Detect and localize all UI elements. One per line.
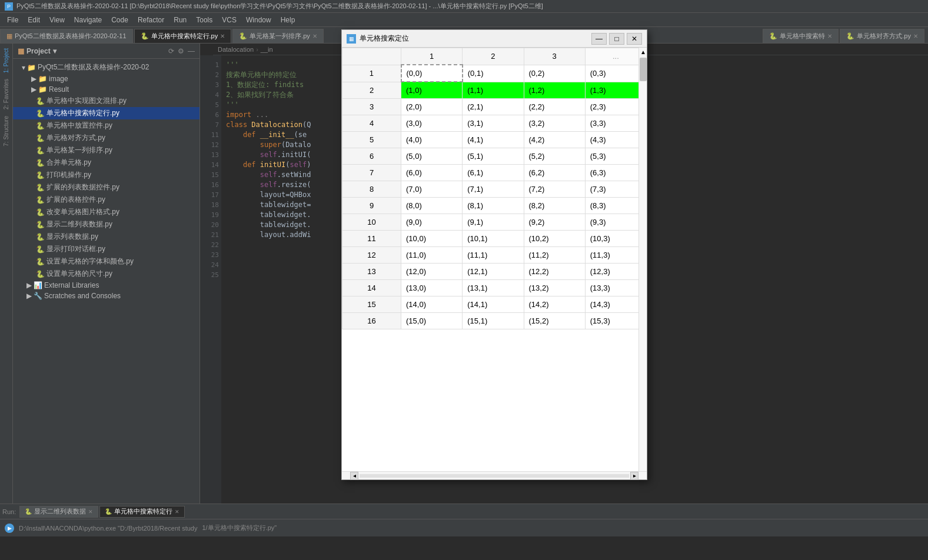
cell-4-1[interactable]: (3,1): [463, 115, 524, 132]
cell-14-2[interactable]: (13,2): [524, 280, 585, 296]
tab-close-2[interactable]: ✕: [312, 33, 317, 39]
bottom-tab-2d[interactable]: 🐍 显示二维列表数据 ✕: [19, 506, 98, 518]
cell-13-3[interactable]: (12,3): [585, 264, 646, 280]
cell-12-3[interactable]: (11,3): [585, 247, 646, 264]
menu-code[interactable]: Code: [107, 15, 133, 25]
cell-10-1[interactable]: (9,1): [463, 214, 524, 231]
cell-12-1[interactable]: (11,1): [463, 247, 524, 264]
tab-sort-file[interactable]: 🐍 单元格某一列排序.py ✕: [232, 29, 324, 43]
cell-4-3[interactable]: (3,3): [585, 115, 646, 132]
scroll-up-icon[interactable]: ▲: [639, 48, 647, 56]
cell-2-1[interactable]: (1,1): [463, 82, 524, 99]
vertical-scrollbar[interactable]: ▲: [638, 48, 647, 471]
cell-10-0[interactable]: (9,0): [401, 214, 463, 231]
cell-7-3[interactable]: (6,3): [585, 165, 646, 181]
scroll-thumb[interactable]: [640, 58, 647, 81]
horizontal-scrollbar[interactable]: ◂ ▸: [342, 471, 647, 479]
cell-12-2[interactable]: (11,2): [524, 247, 585, 264]
tree-item-py2[interactable]: 🐍 单元格中搜索特定行.py: [13, 107, 199, 119]
menu-navigate[interactable]: Navigate: [69, 15, 107, 25]
cell-15-2[interactable]: (14,2): [524, 296, 585, 313]
tree-item-py10[interactable]: 🐍 改变单元格图片格式.py: [13, 206, 199, 218]
tab-close-right[interactable]: ✕: [827, 33, 832, 39]
cell-5-2[interactable]: (4,2): [524, 132, 585, 148]
cell-8-3[interactable]: (7,3): [585, 181, 646, 198]
tab-project[interactable]: ▦ PyQt5二维数据及表格操作-2020-02-11: [0, 29, 133, 43]
cell-11-3[interactable]: (10,3): [585, 231, 646, 247]
cell-14-3[interactable]: (13,3): [585, 280, 646, 296]
tree-item-image[interactable]: ▶ 📁 image: [13, 74, 199, 84]
run-status-icon[interactable]: ▶: [5, 524, 14, 533]
cell-6-0[interactable]: (5,0): [401, 148, 463, 165]
menu-window[interactable]: Window: [241, 15, 276, 25]
tree-item-scratches[interactable]: ▶ 🔧 Scratches and Consoles: [13, 291, 199, 301]
bottom-tab-close-2[interactable]: ✕: [175, 509, 179, 515]
cell-14-0[interactable]: (13,0): [401, 280, 463, 296]
tree-root[interactable]: ▾ 📁 PyQt5二维数据及表格操作-2020-02: [13, 61, 199, 74]
tree-item-py9[interactable]: 🐍 扩展的表格控件.py: [13, 194, 199, 206]
cell-8-0[interactable]: (7,0): [401, 181, 463, 198]
sidebar-item-favorites[interactable]: 2: Favorites: [2, 76, 11, 112]
cell-11-1[interactable]: (10,1): [463, 231, 524, 247]
tree-item-py5[interactable]: 🐍 单元格某一列排序.py: [13, 144, 199, 156]
cell-1-2[interactable]: (0,2): [524, 65, 585, 82]
menu-file[interactable]: File: [2, 15, 23, 25]
tree-item-py1[interactable]: 🐍 单元格中实现图文混排.py: [13, 95, 199, 107]
tree-item-external[interactable]: ▶ 📊 External Libraries: [13, 280, 199, 291]
cell-5-0[interactable]: (4,0): [401, 132, 463, 148]
menu-help[interactable]: Help: [276, 15, 300, 25]
cell-4-2[interactable]: (3,2): [524, 115, 585, 132]
cell-2-2[interactable]: (1,2): [524, 82, 585, 99]
sidebar-item-project[interactable]: 1: Project: [2, 46, 11, 75]
cell-13-2[interactable]: (12,2): [524, 264, 585, 280]
cell-6-3[interactable]: (5,3): [585, 148, 646, 165]
cell-13-0[interactable]: (12,0): [401, 264, 463, 280]
cell-16-2[interactable]: (15,2): [524, 313, 585, 329]
dialog-table-container[interactable]: 1 2 3 ... 1(0,0)(0,1)(0,2)(0,3)2(1,0)(1,…: [342, 48, 647, 471]
tree-item-py4[interactable]: 🐍 单元格对齐方式.py: [13, 132, 199, 144]
tree-item-result[interactable]: ▶ 📁 Result: [13, 84, 199, 95]
cell-1-3[interactable]: (0,3): [585, 65, 646, 82]
tree-item-py13[interactable]: 🐍 显示打印对话框.py: [13, 243, 199, 255]
cell-1-0[interactable]: (0,0): [401, 65, 463, 82]
cell-9-0[interactable]: (8,0): [401, 198, 463, 214]
cell-12-0[interactable]: (11,0): [401, 247, 463, 264]
tree-item-py15[interactable]: 🐍 设置单元格的尺寸.py: [13, 268, 199, 280]
tree-item-py12[interactable]: 🐍 显示列表数据.py: [13, 231, 199, 243]
cell-4-0[interactable]: (3,0): [401, 115, 463, 132]
dialog-minimize-button[interactable]: —: [591, 33, 607, 45]
cell-15-0[interactable]: (14,0): [401, 296, 463, 313]
cell-3-1[interactable]: (2,1): [463, 99, 524, 115]
sync-icon[interactable]: ⟳: [168, 47, 174, 55]
tree-item-py3[interactable]: 🐍 单元格中放置控件.py: [13, 119, 199, 132]
cell-14-1[interactable]: (13,1): [463, 280, 524, 296]
menu-view[interactable]: View: [45, 15, 69, 25]
cell-15-3[interactable]: (14,3): [585, 296, 646, 313]
tab-close-1[interactable]: ✕: [220, 33, 225, 39]
cell-2-0[interactable]: (1,0): [401, 82, 463, 99]
menu-refactor[interactable]: Refactor: [133, 15, 169, 25]
gear-icon[interactable]: ⚙: [178, 47, 184, 55]
cell-2-3[interactable]: (1,3): [585, 82, 646, 99]
menu-run[interactable]: Run: [169, 15, 191, 25]
cell-13-1[interactable]: (12,1): [463, 264, 524, 280]
cell-16-3[interactable]: (15,3): [585, 313, 646, 329]
minus-icon[interactable]: —: [188, 47, 195, 55]
cell-10-2[interactable]: (9,2): [524, 214, 585, 231]
cell-7-1[interactable]: (6,1): [463, 165, 524, 181]
bottom-tab-close-1[interactable]: ✕: [88, 509, 93, 515]
cell-11-2[interactable]: (10,2): [524, 231, 585, 247]
scroll-right-button[interactable]: ▸: [630, 472, 638, 480]
tab-close-3[interactable]: ✕: [913, 33, 918, 39]
cell-9-2[interactable]: (8,2): [524, 198, 585, 214]
cell-6-2[interactable]: (5,2): [524, 148, 585, 165]
cell-8-1[interactable]: (7,1): [463, 181, 524, 198]
tab-search-file[interactable]: 🐍 单元格中搜索特定行.py ✕: [134, 29, 232, 43]
tree-item-py8[interactable]: 🐍 扩展的列表数据控件.py: [13, 181, 199, 194]
cell-3-2[interactable]: (2,2): [524, 99, 585, 115]
cell-1-1[interactable]: (0,1): [463, 65, 524, 82]
menu-vcs[interactable]: VCS: [217, 15, 241, 25]
sidebar-item-structure[interactable]: 7: Structure: [2, 114, 11, 149]
bottom-tab-search[interactable]: 🐍 单元格中搜索特定行 ✕: [99, 506, 185, 518]
cell-11-0[interactable]: (10,0): [401, 231, 463, 247]
